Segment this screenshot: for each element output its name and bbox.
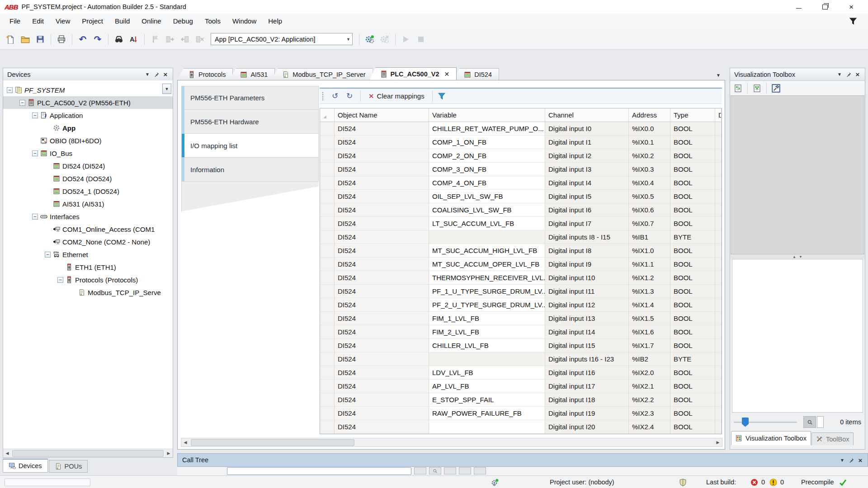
tree-item-com2_none[interactable]: COM2_None (COM2 - None) <box>3 235 173 248</box>
call-tree-search-input[interactable] <box>227 467 411 475</box>
panel-close-button[interactable]: × <box>853 70 862 79</box>
tree-item-modbus_tcp_ip_serve[interactable]: Modbus_TCP_IP_Serve <box>3 286 173 299</box>
call-tree-search-button[interactable] <box>429 467 441 474</box>
variable-cell[interactable]: RAW_POWER_FAILURE_FB <box>429 407 545 420</box>
print-button[interactable] <box>55 33 68 46</box>
clear-bookmarks-button[interactable] <box>193 33 207 46</box>
start-button[interactable] <box>399 33 413 46</box>
column-header-type[interactable]: Type <box>670 108 715 122</box>
table-row[interactable]: DI524Digital inputs I8 - I15%IB1BYTE <box>320 230 722 244</box>
find-button[interactable] <box>112 33 126 46</box>
table-row[interactable]: DI524LT_SUC_ACCUM_LVL_FBDigital input I7… <box>320 217 722 230</box>
navigator-tab-pous[interactable]: POUs <box>49 460 88 473</box>
scroll-right-icon[interactable]: ▶ <box>165 450 173 457</box>
clear-mappings-button[interactable]: ✕ Clear mappings <box>366 90 427 102</box>
panel-menu-button[interactable]: ▼ <box>838 455 847 465</box>
table-row[interactable]: DI524FIM_2_LVL_FBDigital input I14%IX1.6… <box>320 325 722 339</box>
undo-button[interactable]: ↶ <box>76 33 90 46</box>
tab-close-icon[interactable]: ✕ <box>444 70 450 78</box>
tree-item-ai531[interactable]: AI531 (AI531) <box>3 197 173 210</box>
stop-button[interactable] <box>414 33 428 46</box>
logout-button[interactable] <box>378 33 392 46</box>
column-header-d[interactable]: D <box>715 108 722 122</box>
variable-cell[interactable]: COALISING_LVL_SW_FB <box>429 203 545 217</box>
save-button[interactable] <box>33 33 47 46</box>
collapse-icon[interactable]: − <box>57 277 63 283</box>
collapse-icon[interactable]: − <box>7 87 13 93</box>
panel-close-button[interactable]: × <box>161 70 170 79</box>
table-row[interactable]: DI524PF_2_U_TYPE_SURGE_DRUM_LV...Digital… <box>320 298 722 312</box>
variable-cell[interactable] <box>429 352 545 366</box>
scroll-left-icon[interactable]: ◀ <box>181 439 189 446</box>
login-button[interactable] <box>363 33 377 46</box>
pin-button[interactable] <box>847 455 856 465</box>
menu-item-tools[interactable]: Tools <box>199 15 226 27</box>
filter-icon[interactable] <box>848 16 858 26</box>
hammer-tool-icon[interactable] <box>772 84 780 93</box>
editor-tab-modbus_tcp_ip_server[interactable]: Modbus_TCP_IP_Server <box>271 68 373 80</box>
variable-cell[interactable]: FIM_1_LVL_FB <box>429 312 545 325</box>
table-row[interactable]: DI524PF_1_U_TYPE_SURGE_DRUM_LV...Digital… <box>320 285 722 298</box>
active-application-select[interactable]: App [PLC_AC500_V2: Application] ▼ <box>211 33 353 45</box>
zoom-value-box[interactable] <box>817 416 824 428</box>
menu-item-debug[interactable]: Debug <box>167 15 199 27</box>
tree-item-protocols[interactable]: −Protocols (Protocols) <box>3 273 173 286</box>
variable-cell[interactable]: THERMOSYPHEN_RECEIVER_LVL... <box>429 271 545 285</box>
zoom-slider-thumb[interactable] <box>742 418 749 427</box>
tree-item-di524[interactable]: DI524 (DI524) <box>3 160 173 172</box>
subnav-pm556-eth-parameters[interactable]: PM556-ETH Parameters <box>181 86 319 110</box>
call-tree-button[interactable] <box>444 467 456 474</box>
call-tree-button[interactable] <box>459 467 471 474</box>
variable-cell[interactable]: AP_LVL_FB <box>429 380 545 393</box>
toolbar-grip[interactable] <box>322 92 325 100</box>
table-row[interactable]: DI524AP_LVL_FBDigital input I17%IX2.1BOO… <box>320 380 722 393</box>
variable-cell[interactable]: LT_SUC_ACCUM_LVL_FB <box>429 217 545 230</box>
devices-hscrollbar[interactable]: ◀ ▶ <box>3 449 173 457</box>
column-header-address[interactable]: Address <box>629 108 670 122</box>
variable-cell[interactable]: CHILLER_RET_WATER_PUMP_O... <box>429 122 545 136</box>
scroll-right-icon[interactable]: ▶ <box>714 439 722 446</box>
table-row[interactable]: DI524CHILLER_RET_WATER_PUMP_O...Digital … <box>320 122 722 136</box>
variable-cell[interactable]: FIM_2_LVL_FB <box>429 325 545 339</box>
call-tree-button[interactable] <box>474 467 486 474</box>
subnav-information[interactable]: Information <box>181 158 319 182</box>
toolbox-tab-visualization-toolbox[interactable]: Visualization Toolbox <box>731 431 811 445</box>
variable-cell[interactable]: OIL_SEP_LVL_SW_FB <box>429 190 545 203</box>
magnifier-button[interactable] <box>803 416 816 428</box>
collapse-icon[interactable]: − <box>32 214 38 220</box>
minimize-button[interactable] <box>786 0 812 14</box>
panel-menu-button[interactable]: ▼ <box>835 70 844 79</box>
table-row[interactable]: DI524OIL_SEP_LVL_SW_FBDigital input I5%I… <box>320 190 722 203</box>
panel-menu-button[interactable]: ▼ <box>143 70 152 79</box>
table-row[interactable]: DI524CHILLER_LVL_FBDigital input I15%IX1… <box>320 339 722 352</box>
variable-cell[interactable]: MT_SUC_ACCUM_HIGH_LVL_FB <box>429 244 545 258</box>
replace-button[interactable]: A <box>127 33 141 46</box>
collapse-icon[interactable]: − <box>32 150 38 156</box>
table-row[interactable]: DI524MT_SUC_ACCUM_HIGH_LVL_FBDigital inp… <box>320 244 722 258</box>
status-scrollbar[interactable] <box>5 479 90 486</box>
panel-close-button[interactable]: × <box>856 455 865 465</box>
tree-item-plc_ac500_v2[interactable]: −PLC_AC500_V2 (PM556-ETH) <box>3 96 173 109</box>
table-row[interactable]: DI524E_STOP_SPP_FAILDigital input I18%IX… <box>320 393 722 407</box>
variable-cell[interactable]: E_STOP_SPP_FAIL <box>429 393 545 407</box>
prev-bookmark-button[interactable] <box>178 33 192 46</box>
bookmark-button[interactable] <box>148 33 162 46</box>
table-row[interactable]: DI524Digital inputs I16 - I23%IB2BYTE <box>320 352 722 366</box>
menu-item-window[interactable]: Window <box>226 15 262 27</box>
scroll-left-icon[interactable]: ◀ <box>3 450 11 457</box>
menu-item-project[interactable]: Project <box>76 15 109 27</box>
next-bookmark-button[interactable] <box>163 33 177 46</box>
mapping-undo-button[interactable]: ↺ <box>329 90 341 102</box>
variable-cell[interactable]: LDV_LVL_FB <box>429 366 545 380</box>
table-row[interactable]: DI524RAW_POWER_FAILURE_FBDigital input I… <box>320 407 722 420</box>
variable-cell[interactable]: CHILLER_LVL_FB <box>429 339 545 352</box>
table-row[interactable]: DI524LDV_LVL_FBDigital input I16%IX2.0BO… <box>320 366 722 380</box>
table-row[interactable]: DI524COMP_1_ON_FBDigital input I1%IX0.1B… <box>320 136 722 149</box>
zoom-slider[interactable] <box>734 422 797 423</box>
tree-item-com1_online_access[interactable]: COM1_Online_Access (COM1 <box>3 223 173 235</box>
tree-item-ethernet[interactable]: −ETHEthernet <box>3 248 173 261</box>
column-header-object-name[interactable]: Object Name <box>335 108 429 122</box>
editor-tab-di524[interactable]: DI524 <box>453 68 499 80</box>
collapse-icon[interactable]: − <box>32 113 38 118</box>
variable-cell[interactable]: COMP_1_ON_FB <box>429 136 545 149</box>
